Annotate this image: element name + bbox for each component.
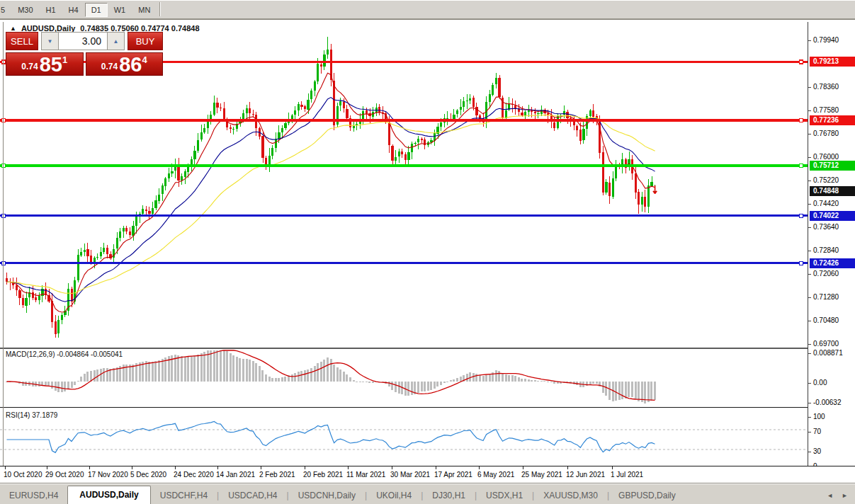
chart-tab-usdcad-h4[interactable]: USDCAD,H4	[219, 487, 286, 504]
price-axis-label: 0.73640	[813, 223, 839, 231]
price-axis-tick	[808, 110, 811, 111]
timeframe-button-d1[interactable]: D1	[85, 3, 108, 17]
buy-button[interactable]: BUY	[128, 32, 163, 50]
timeframe-button-5[interactable]: 5	[0, 3, 11, 17]
buy-price-button[interactable]: 0.74 86 4	[86, 52, 164, 76]
chart-tab-dj30-h1[interactable]: DJ30,H1	[423, 487, 475, 504]
date-axis-label: 2 Feb 2021	[259, 471, 295, 479]
date-axis-tick	[436, 466, 436, 469]
date-axis-tick	[89, 466, 90, 469]
timeframe-button-h4[interactable]: H4	[62, 3, 85, 17]
date-axis-tick	[217, 466, 218, 469]
macd-label: MACD(12,26,9) -0.004864 -0.005041	[6, 350, 123, 358]
chart-tab-ukoil-h4[interactable]: UKOil,H4	[367, 487, 421, 504]
toolbar-separator	[159, 2, 161, 16]
price-axis-label: 0.75220	[813, 176, 839, 184]
date-axis-label: 24 Dec 2020	[174, 471, 214, 479]
timeframe-toolbar: 5M30H1H4D1W1MN	[0, 0, 855, 19]
timeframe-button-h1[interactable]: H1	[40, 3, 62, 17]
chart-tab-gbpusd-daily[interactable]: GBPUSD,Daily	[609, 487, 685, 504]
date-axis-tick	[305, 466, 305, 469]
price-axis-tick	[808, 204, 811, 205]
price-axis-tick	[808, 297, 811, 298]
chart-tab-eurusd-h4[interactable]: EURUSD,H4	[0, 487, 67, 504]
price-axis-tick	[808, 40, 811, 41]
price-axis-tick	[808, 344, 811, 345]
price-level-badge: 0.75712	[810, 161, 855, 171]
sell-price-big: 85	[40, 55, 62, 74]
date-axis[interactable]: 10 Oct 202029 Oct 202017 Nov 20205 Dec 2…	[0, 466, 855, 483]
date-axis-label: 14 Jan 2021	[216, 471, 255, 479]
sell-price-prefix: 0.74	[21, 62, 38, 71]
volume-input[interactable]: 3.00	[59, 32, 107, 50]
buy-price-big: 86	[119, 55, 142, 74]
price-axis-label: 0.77580	[813, 106, 839, 114]
price-axis-label: 0.69700	[813, 340, 839, 348]
one-click-trade-panel: SELL ▼ 3.00 ▲ BUY 0.74 85 1 0.74 86 4	[6, 32, 163, 76]
rsi-axis-label: 70	[813, 428, 821, 435]
price-axis[interactable]: 0.799400.783600.775800.767800.760000.752…	[808, 22, 855, 466]
price-axis-label: 0.70480	[813, 316, 839, 324]
timeframe-button-m30[interactable]: M30	[11, 3, 39, 17]
tab-scroll-right-icon[interactable]: ►	[842, 492, 848, 499]
price-axis-label: 0.79940	[813, 36, 839, 44]
date-axis-tick	[523, 466, 523, 469]
date-axis-label: 30 Mar 2021	[390, 471, 430, 479]
date-axis-tick	[47, 466, 47, 469]
volume-decrease-button[interactable]: ▼	[41, 32, 59, 50]
date-axis-label: 10 Oct 2020	[4, 471, 42, 479]
price-axis-label: 0.76780	[813, 130, 839, 137]
terminal-window: 5M30H1H4D1W1MN ▲ AUDUSD,Daily 0.74835 0.…	[0, 0, 855, 504]
rsi-axis-tick	[808, 417, 811, 418]
sell-price-button[interactable]: 0.74 85 1	[6, 52, 84, 76]
chart-tab-usdcnh-daily[interactable]: USDCNH,Daily	[289, 487, 365, 504]
date-axis-label: 6 May 2021	[477, 471, 514, 479]
date-axis-label: 11 Mar 2021	[346, 471, 385, 479]
buy-price-prefix: 0.74	[101, 62, 118, 71]
date-axis-label: 12 Jun 2021	[566, 471, 605, 479]
price-axis-tick	[808, 227, 811, 228]
tab-scroll-left-icon[interactable]: ◄	[827, 492, 833, 499]
date-axis-tick	[612, 466, 613, 469]
macd-axis-label: 0.00	[813, 379, 827, 386]
date-axis-label: 5 Dec 2020	[130, 471, 166, 479]
price-level-badge: 0.72426	[810, 258, 855, 268]
date-axis-tick	[175, 466, 176, 469]
volume-increase-button[interactable]: ▲	[107, 32, 125, 50]
sell-button[interactable]: SELL	[6, 32, 38, 50]
buy-price-sup: 4	[142, 55, 147, 65]
price-axis-label: 0.78360	[813, 83, 839, 91]
date-axis-tick	[261, 466, 261, 469]
macd-axis-tick	[808, 403, 811, 403]
price-axis-label: 0.76000	[813, 153, 839, 161]
date-axis-label: 29 Oct 2020	[45, 471, 84, 479]
date-axis-label: 20 Feb 2021	[303, 471, 343, 479]
rsi-axis-tick	[808, 452, 811, 452]
collapse-panel-icon[interactable]: ▲	[10, 25, 16, 32]
timeframe-button-w1[interactable]: W1	[108, 3, 132, 17]
price-axis-tick	[808, 274, 811, 275]
chart-tab-audusd-daily[interactable]: AUDUSD,Daily	[67, 486, 150, 504]
date-axis-label: 17 Apr 2021	[434, 471, 472, 479]
date-axis-tick	[132, 466, 132, 469]
rsi-axis-label: 100	[813, 413, 825, 420]
date-axis-tick	[479, 466, 480, 469]
rsi-axis-label: 30	[813, 447, 821, 455]
chart-window: ▲ AUDUSD,Daily 0.74835 0.75060 0.74774 0…	[0, 19, 855, 484]
date-axis-tick	[5, 466, 6, 469]
plot-frame	[3, 22, 808, 466]
chart-tab-usdchf-h4[interactable]: USDCHF,H4	[151, 487, 217, 504]
price-axis-label: 0.72840	[813, 246, 839, 254]
chart-tab-xauusd-m30[interactable]: XAUUSD,M30	[534, 487, 607, 504]
rsi-label: RSI(14) 37.1879	[6, 411, 57, 419]
date-axis-label: 1 Jul 2021	[611, 471, 643, 479]
chart-tab-usdx-h1[interactable]: USDX,H1	[477, 487, 532, 504]
date-axis-label: 25 May 2021	[521, 471, 562, 479]
price-axis-label: 0.74420	[813, 200, 839, 207]
price-level-badge: 0.74848	[810, 186, 855, 196]
price-level-badge: 0.79213	[810, 57, 855, 67]
price-axis-tick	[808, 134, 811, 134]
timeframe-button-mn[interactable]: MN	[132, 3, 157, 17]
date-axis-label: 17 Nov 2020	[88, 471, 128, 479]
date-axis-tick	[348, 466, 349, 469]
